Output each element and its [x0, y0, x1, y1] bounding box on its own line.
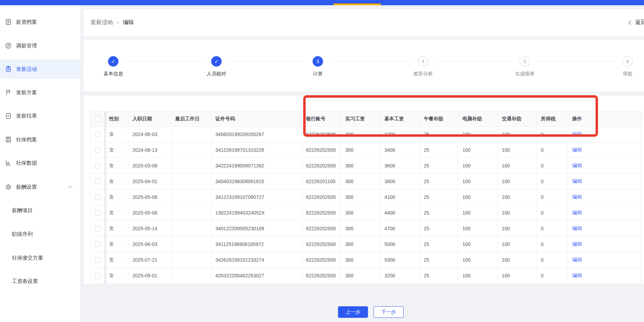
cell-gender: 女: [105, 158, 128, 173]
row-checkbox[interactable]: [95, 179, 100, 184]
sidebar-item-4[interactable]: 发薪结果: [0, 106, 80, 126]
sidebar-item-sub-7-0[interactable]: 薪酬项目: [0, 201, 80, 220]
cell-gender: 女: [105, 252, 128, 268]
cell-transport-allowance: 100: [498, 158, 537, 173]
sidebar-item-label: 职级序列: [12, 231, 33, 238]
sidebar-item-5[interactable]: 社保档案: [0, 130, 80, 149]
row-checkbox[interactable]: [95, 132, 100, 137]
cell-income-tax: 0: [537, 237, 568, 252]
row-checkbox[interactable]: [95, 257, 100, 263]
step-label: 生成报表: [504, 71, 546, 77]
cell-income-tax: 0: [537, 189, 568, 205]
sidebar-item-2[interactable]: 发薪活动: [0, 59, 80, 79]
cell-income-tax: 0: [537, 158, 568, 173]
step-6: 6审批: [607, 56, 644, 77]
column-header-3: 最后工作日: [171, 112, 211, 126]
cell-transport-allowance: 100: [498, 268, 537, 283]
next-step-button[interactable]: 下一步: [374, 306, 404, 318]
cell-intern-salary: 300: [341, 221, 380, 236]
cell-gender: 女: [105, 221, 128, 236]
row-checkbox[interactable]: [95, 147, 100, 153]
cell-id-number: 13022419940324052X: [211, 205, 302, 220]
cell-computer-allowance: 100: [458, 174, 498, 189]
edit-link[interactable]: 编辑: [572, 210, 582, 216]
row-select-cell: [90, 189, 105, 205]
cell-intern-salary: 300: [341, 158, 380, 173]
table-row: 女2024-06-0334060319920920026762226202500…: [90, 127, 641, 142]
breadcrumb-parent[interactable]: 发薪活动: [91, 19, 113, 26]
cell-actions: 编辑: [568, 205, 642, 220]
step-check-icon: ✓: [108, 56, 118, 67]
cell-bank-account: 62226202500: [302, 127, 341, 142]
cell-transport-allowance: 100: [498, 221, 537, 236]
step-2: ✓人员核对: [196, 56, 237, 77]
header-select-all-cell: [90, 112, 105, 126]
cell-base-salary: 4100: [380, 189, 420, 205]
sidebar-item-label: 发薪结果: [16, 113, 37, 119]
row-checkbox[interactable]: [95, 194, 100, 200]
sidebar-item-label: 薪酬设置: [16, 184, 37, 190]
cell-lunch-allowance: 25: [420, 205, 458, 220]
breadcrumb: 发薪活动 > 编辑: [91, 9, 134, 36]
sidebar-item-1[interactable]: 调薪管理: [0, 36, 80, 55]
row-select-cell: [90, 221, 105, 236]
sidebar-item-label: 社保缴交方案: [12, 255, 43, 261]
step-number: 6: [622, 56, 633, 67]
step-label: 人员核对: [196, 71, 237, 77]
edit-link[interactable]: 编辑: [572, 147, 582, 153]
cell-id-number: 420322200402253027: [211, 268, 302, 283]
row-checkbox[interactable]: [95, 241, 100, 247]
cell-last-work-day: [171, 127, 211, 142]
breadcrumb-bar: 发薪活动 > 编辑 返回: [84, 9, 644, 36]
sidebar-item-0[interactable]: 薪资档案: [0, 12, 80, 32]
edit-link[interactable]: 编辑: [572, 163, 582, 169]
cell-gender: 女: [105, 142, 128, 158]
cell-hire-date: 2025-04-01: [128, 174, 171, 189]
cell-lunch-allowance: 25: [420, 252, 458, 268]
step-1: ✓基本信息: [92, 56, 134, 77]
row-select-cell: [90, 127, 105, 142]
cell-transport-allowance: 100: [498, 205, 537, 220]
cell-bank-account: 62226202500: [302, 252, 341, 268]
table-row: 女2025-05-1434012220000523018962226202500…: [90, 221, 641, 237]
step-4: 4差异分析: [402, 56, 444, 77]
edit-link[interactable]: 编辑: [572, 131, 582, 137]
sidebar-item-7[interactable]: 薪酬设置: [0, 177, 80, 197]
edit-link[interactable]: 编辑: [572, 257, 582, 263]
row-checkbox[interactable]: [95, 163, 100, 169]
edit-link[interactable]: 编辑: [572, 194, 582, 200]
edit-link[interactable]: 编辑: [572, 241, 582, 247]
cell-base-salary: 3600: [380, 158, 420, 173]
cell-last-work-day: [171, 158, 211, 173]
column-header-8: 午餐补助: [420, 112, 458, 126]
cell-income-tax: 0: [537, 127, 568, 142]
step-connector: [538, 61, 614, 62]
sidebar-item-3[interactable]: 发薪方案: [0, 83, 80, 102]
cell-transport-allowance: 100: [498, 252, 537, 268]
sidebar-item-sub-7-1[interactable]: 职级序列: [0, 224, 80, 244]
cell-lunch-allowance: 25: [420, 174, 458, 189]
edit-link[interactable]: 编辑: [572, 178, 582, 185]
row-checkbox[interactable]: [95, 210, 100, 216]
cell-base-salary: 4700: [380, 221, 420, 236]
breadcrumb-current: 编辑: [123, 19, 134, 26]
sidebar-item-6[interactable]: 社保数据: [0, 153, 80, 173]
chevron-up-icon: [68, 186, 72, 190]
cell-base-salary: 5000: [380, 237, 420, 252]
cell-lunch-allowance: 25: [420, 142, 458, 158]
clipboard-check-icon: [5, 112, 12, 119]
edit-link[interactable]: 编辑: [572, 272, 582, 279]
cell-income-tax: 0: [537, 268, 568, 283]
select-all-checkbox[interactable]: [95, 116, 100, 122]
cell-actions: 编辑: [568, 174, 642, 189]
cell-intern-salary: 300: [341, 142, 380, 158]
cell-hire-date: 2025-03-06: [128, 158, 171, 173]
prev-step-button[interactable]: 上一步: [338, 306, 368, 318]
edit-link[interactable]: 编辑: [572, 225, 582, 232]
sidebar-item-sub-7-2[interactable]: 社保缴交方案: [0, 248, 80, 268]
row-checkbox[interactable]: [95, 273, 100, 278]
back-link[interactable]: 返回: [629, 9, 644, 36]
row-checkbox[interactable]: [95, 226, 100, 231]
sidebar-item-sub-7-3[interactable]: 工资条设置: [0, 271, 80, 291]
row-select-cell: [90, 142, 105, 158]
